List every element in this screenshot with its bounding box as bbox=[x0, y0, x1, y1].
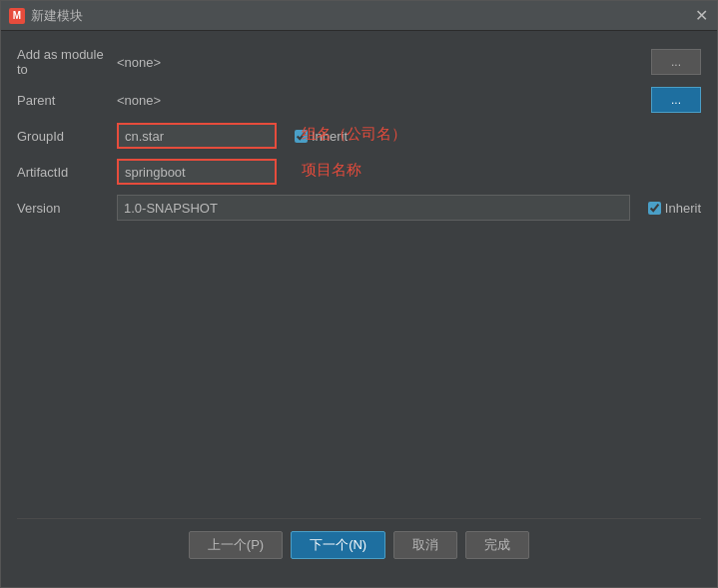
title-bar: M 新建模块 ✕ bbox=[1, 1, 717, 31]
artifactid-row: ArtifactId 项目名称 bbox=[17, 159, 701, 185]
close-button[interactable]: ✕ bbox=[693, 8, 709, 24]
dialog-footer: 上一个(P) 下一个(N) 取消 完成 bbox=[17, 518, 701, 571]
cancel-button[interactable]: 取消 bbox=[393, 531, 457, 559]
parent-value: <none> bbox=[117, 93, 651, 108]
spacer bbox=[17, 283, 701, 518]
finish-button[interactable]: 完成 bbox=[465, 531, 529, 559]
prev-button[interactable]: 上一个(P) bbox=[189, 531, 283, 559]
add-as-module-browse-button[interactable]: ... bbox=[651, 49, 701, 75]
parent-label: Parent bbox=[17, 93, 117, 108]
groupid-inherit-checkbox[interactable] bbox=[295, 130, 308, 143]
add-as-module-label: Add as module to bbox=[17, 47, 117, 77]
groupid-label: GroupId bbox=[17, 129, 117, 144]
add-as-module-row: Add as module to <none> ... bbox=[17, 47, 701, 77]
version-inherit-label: Inherit bbox=[665, 201, 701, 216]
window-icon: M bbox=[9, 8, 25, 24]
add-as-module-value: <none> bbox=[117, 55, 651, 70]
artifactid-annotation: 项目名称 bbox=[302, 161, 361, 180]
version-row: Version Inherit bbox=[17, 195, 701, 221]
dialog-content: Add as module to <none> ... Parent <none… bbox=[1, 31, 717, 587]
next-button[interactable]: 下一个(N) bbox=[291, 531, 385, 559]
parent-browse-button[interactable]: ... bbox=[651, 87, 701, 113]
groupid-inherit-checkbox-container: Inherit bbox=[295, 129, 348, 144]
parent-row: Parent <none> ... bbox=[17, 87, 701, 113]
artifactid-label: ArtifactId bbox=[17, 165, 117, 180]
version-inherit-checkbox[interactable] bbox=[648, 202, 661, 215]
version-label: Version bbox=[17, 201, 117, 216]
version-input[interactable] bbox=[117, 195, 630, 221]
form-area: Add as module to <none> ... Parent <none… bbox=[17, 47, 701, 283]
artifactid-input[interactable] bbox=[117, 159, 277, 185]
window-title: 新建模块 bbox=[31, 7, 693, 25]
version-inherit-checkbox-container: Inherit bbox=[648, 201, 701, 216]
groupid-row: GroupId 组名（公司名） Inherit bbox=[17, 123, 701, 149]
dialog-window: M 新建模块 ✕ Add as module to <none> ... Par… bbox=[0, 0, 718, 588]
groupid-inherit-label: Inherit bbox=[312, 129, 348, 144]
groupid-input[interactable] bbox=[117, 123, 277, 149]
